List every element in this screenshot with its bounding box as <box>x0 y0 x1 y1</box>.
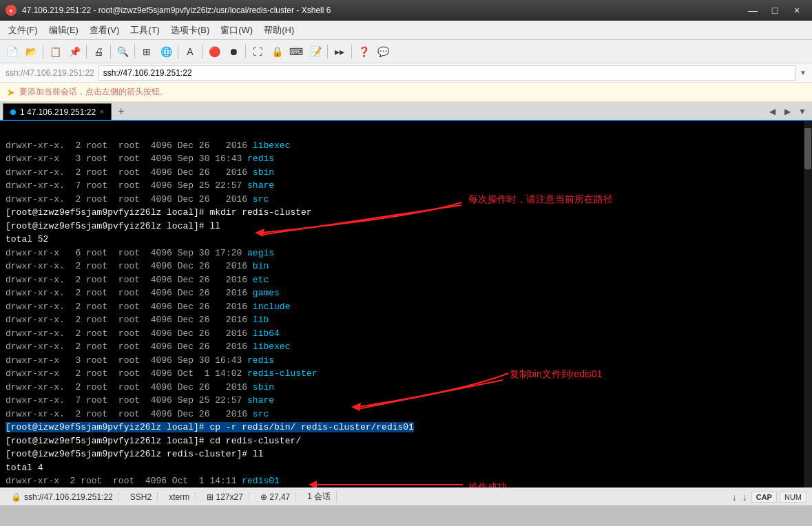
menu-view[interactable]: 查看(V) <box>84 21 125 39</box>
status-encoding: xterm <box>163 492 196 502</box>
terminal-content[interactable]: drwxr-xr-x. 2 root root 4096 Dec 26 2016… <box>0 121 804 487</box>
record-button[interactable]: ⏺ <box>225 43 242 61</box>
tab-label: 1 47.106.219.251:22 <box>20 107 96 117</box>
line-18: drwxr-xr-x 2 root root 4096 Oct 1 14:02 … <box>6 368 317 379</box>
tab-prev-button[interactable]: ◀ <box>765 105 779 118</box>
app-icon: ● <box>6 5 17 16</box>
info-bar: ➤ 要添加当前会话，点击左侧的箭头按钮。 <box>0 83 812 102</box>
line-8: total 52 <box>6 234 48 244</box>
font-button[interactable]: A <box>181 43 199 61</box>
tab-add-button[interactable]: + <box>113 103 129 120</box>
menu-file[interactable]: 文件(F) <box>3 21 43 39</box>
status-num-badge: NUM <box>780 492 806 503</box>
line-2: drwxr-xr-x 3 root root 4096 Sep 30 16:43… <box>6 154 274 164</box>
terminal[interactable]: drwxr-xr-x. 2 root root 4096 Dec 26 2016… <box>0 121 812 487</box>
address-input[interactable] <box>98 65 795 81</box>
status-size-text: 127x27 <box>216 492 242 502</box>
line-20: drwxr-xr-x. 7 root root 4096 Sep 25 22:5… <box>6 395 274 406</box>
fullscreen-button[interactable]: ⛶ <box>249 43 267 61</box>
terminal-wrapper: drwxr-xr-x. 2 root root 4096 Dec 26 2016… <box>0 121 812 487</box>
menu-help[interactable]: 帮助(H) <box>258 21 300 39</box>
address-label: ssh://47.106.219.251:22 <box>6 68 94 78</box>
line-22: [root@izwz9ef5sjam9pvfyiz26lz local]# cp… <box>6 422 414 432</box>
print-button[interactable]: 🖨 <box>90 43 107 61</box>
close-button[interactable]: × <box>787 1 806 20</box>
menu-window[interactable]: 窗口(W) <box>215 21 258 39</box>
toolbar-more[interactable]: ▸▸ <box>331 43 348 61</box>
status-position: ⊕ 27,47 <box>255 492 296 502</box>
info-icon: ➤ <box>7 87 15 98</box>
paste-button[interactable]: 📌 <box>65 43 83 61</box>
line-15: drwxr-xr-x. 2 root root 4096 Dec 26 2016… <box>6 328 280 339</box>
line-6: [root@izwz9ef5sjam9pvfyiz26lz local]# mk… <box>6 207 312 218</box>
line-10: drwxr-xr-x. 2 root root 4096 Dec 26 2016… <box>6 261 269 271</box>
status-down-arrow-1[interactable]: ↓ <box>731 492 738 503</box>
chat-button[interactable]: 💬 <box>374 43 392 61</box>
line-19: drwxr-xr-x. 2 root root 4096 Dec 26 2016… <box>6 382 274 392</box>
menu-tools[interactable]: 工具(T) <box>125 21 165 39</box>
status-sessions: 1 会话 <box>302 491 337 503</box>
line-21: drwxr-xr-x. 2 root root 4096 Dec 26 2016… <box>6 409 269 419</box>
tab-indicator <box>10 109 16 115</box>
tab-next-button[interactable]: ▶ <box>780 105 794 118</box>
stop-button[interactable]: 🔴 <box>205 43 223 61</box>
line-25: total 4 <box>6 463 43 473</box>
status-cap-badge: CAP <box>751 492 777 503</box>
status-right-section: ↓ ↓ CAP NUM <box>731 492 806 503</box>
window-title: 47.106.219.251:22 - root@izwz9ef5sjam9pv… <box>22 6 331 15</box>
status-size-icon: ⊞ <box>207 492 214 502</box>
line-26: drwxr-xr-x 2 root root 4096 Oct 1 14:11 … <box>6 476 280 486</box>
tab-bar: 1 47.106.219.251:22 × + ◀ ▶ ▼ <box>0 102 812 121</box>
line-4: drwxr-xr-x. 7 root root 4096 Sep 25 22:5… <box>6 180 274 191</box>
line-23: [root@izwz9ef5sjam9pvfyiz26lz local]# cd… <box>6 436 301 446</box>
menu-tabs[interactable]: 选项卡(B) <box>165 21 215 39</box>
open-button[interactable]: 📂 <box>22 43 40 61</box>
status-ssh: 🔒 ssh://47.106.219.251:22 <box>6 492 119 502</box>
maximize-button[interactable]: □ <box>765 1 784 20</box>
menu-edit[interactable]: 编辑(E) <box>43 21 84 39</box>
info-text: 要添加当前会话，点击左侧的箭头按钮。 <box>19 86 168 98</box>
copy-button[interactable]: 📋 <box>46 43 64 61</box>
line-24: [root@izwz9ef5sjam9pvfyiz26lz redis-clus… <box>6 449 263 459</box>
line-16: drwxr-xr-x. 2 root root 4096 Dec 26 2016… <box>6 341 290 352</box>
line-17: drwxr-xr-x 3 root root 4096 Sep 30 16:43… <box>6 355 274 366</box>
status-sessions-text: 1 会话 <box>307 492 331 501</box>
script-button[interactable]: 📝 <box>306 43 324 61</box>
minimize-button[interactable]: — <box>743 1 762 20</box>
status-protocol: SSH2 <box>125 492 158 502</box>
status-lock-icon: 🔒 <box>11 492 21 502</box>
line-9: drwxr-xr-x 6 root root 4096 Sep 30 17:20… <box>6 248 274 258</box>
menu-bar: 文件(F) 编辑(E) 查看(V) 工具(T) 选项卡(B) 窗口(W) 帮助(… <box>0 21 812 40</box>
title-bar: ● 47.106.219.251:22 - root@izwz9ef5sjam9… <box>0 0 812 21</box>
keyboard-button[interactable]: ⌨ <box>287 43 305 61</box>
status-bar: 🔒 ssh://47.106.219.251:22 SSH2 xterm ⊞ 1… <box>0 487 812 505</box>
status-size: ⊞ 127x27 <box>201 492 249 502</box>
line-12: drwxr-xr-x. 2 root root 4096 Dec 26 2016… <box>6 288 280 298</box>
lock-button[interactable]: 🔒 <box>268 43 286 61</box>
status-protocol-text: SSH2 <box>130 492 152 502</box>
tab-menu-button[interactable]: ▼ <box>795 105 809 118</box>
toolbar: 📄 📂 📋 📌 🖨 🔍 ⊞ 🌐 A 🔴 ⏺ ⛶ 🔒 ⌨ 📝 ▸▸ ❓ 💬 <box>0 40 812 63</box>
scrollbar[interactable] <box>804 121 812 487</box>
help-button[interactable]: ❓ <box>355 43 373 61</box>
scrollbar-thumb[interactable] <box>804 128 811 169</box>
globe-button[interactable]: 🌐 <box>157 43 175 61</box>
status-encoding-text: xterm <box>169 492 189 502</box>
tab-close-button[interactable]: × <box>100 108 104 116</box>
line-3: drwxr-xr-x. 2 root root 4096 Dec 26 2016… <box>6 167 274 178</box>
status-down-arrow-2[interactable]: ↓ <box>741 492 749 503</box>
line-11: drwxr-xr-x. 2 root root 4096 Dec 26 2016… <box>6 275 269 285</box>
status-position-icon: ⊕ <box>260 492 267 502</box>
line-7: [root@izwz9ef5sjam9pvfyiz26lz local]# ll <box>6 221 220 231</box>
tab-navigation: ◀ ▶ ▼ <box>765 105 809 120</box>
line-14: drwxr-xr-x. 2 root root 4096 Dec 26 2016… <box>6 315 269 325</box>
tab-session-1[interactable]: 1 47.106.219.251:22 × <box>3 103 112 120</box>
address-dropdown-button[interactable]: ▼ <box>800 69 806 76</box>
address-bar: ssh://47.106.219.251:22 ▼ <box>0 63 812 83</box>
status-ssh-text: ssh://47.106.219.251:22 <box>24 492 113 502</box>
search-button[interactable]: 🔍 <box>114 43 132 61</box>
new-session-button[interactable]: 📄 <box>3 43 21 61</box>
layout-button[interactable]: ⊞ <box>138 43 156 61</box>
line-5: drwxr-xr-x. 2 root root 4096 Dec 26 2016… <box>6 194 269 204</box>
status-position-text: 27,47 <box>269 492 290 502</box>
